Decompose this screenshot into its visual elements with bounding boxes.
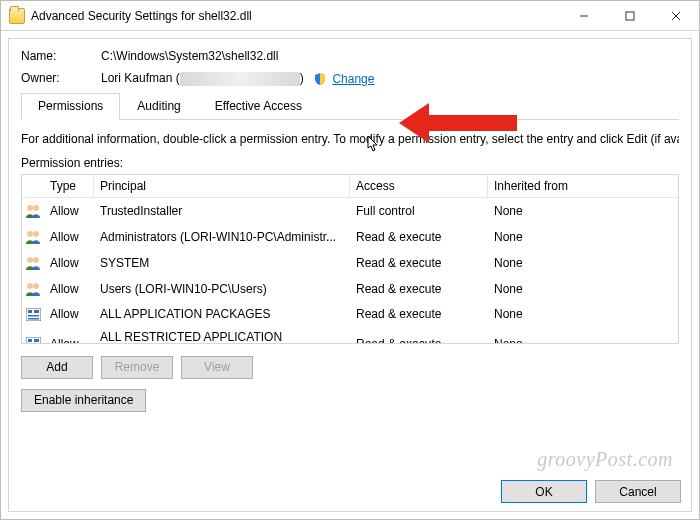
svg-point-8 [27, 257, 33, 263]
owner-row: Owner: Lori Kaufman () Change [21, 71, 679, 86]
svg-point-10 [27, 283, 33, 289]
cell-inherited: None [488, 229, 678, 245]
svg-rect-15 [28, 315, 39, 317]
svg-rect-16 [28, 318, 39, 320]
change-owner-link[interactable]: Change [332, 72, 374, 86]
name-value: C:\Windows\System32\shell32.dll [101, 49, 278, 63]
svg-rect-14 [34, 310, 39, 313]
window-title: Advanced Security Settings for shell32.d… [31, 9, 252, 23]
permission-header: Type Principal Access Inherited from [22, 175, 678, 198]
cell-type: Allow [44, 336, 94, 344]
tab-effective-access[interactable]: Effective Access [198, 93, 319, 120]
col-principal[interactable]: Principal [94, 175, 350, 197]
minimize-button[interactable] [561, 1, 607, 30]
users-icon [22, 278, 44, 300]
users-icon [22, 200, 44, 222]
owner-label: Owner: [21, 71, 101, 85]
owner-name: Lori Kaufman ( [101, 71, 180, 85]
cell-principal: SYSTEM [94, 255, 350, 271]
remove-button[interactable]: Remove [101, 356, 173, 379]
cancel-button[interactable]: Cancel [595, 480, 681, 503]
window-controls [561, 1, 699, 30]
owner-redacted [180, 72, 300, 86]
ok-button[interactable]: OK [501, 480, 587, 503]
cell-type: Allow [44, 281, 94, 297]
cell-inherited: None [488, 281, 678, 297]
cell-type: Allow [44, 229, 94, 245]
cell-type: Allow [44, 203, 94, 219]
name-label: Name: [21, 49, 101, 63]
svg-rect-19 [34, 339, 39, 342]
shield-icon [313, 72, 327, 86]
svg-rect-13 [28, 310, 32, 313]
main-panel: Name: C:\Windows\System32\shell32.dll Ow… [8, 38, 692, 512]
svg-point-6 [27, 231, 33, 237]
name-row: Name: C:\Windows\System32\shell32.dll [21, 49, 679, 63]
enable-inheritance-button[interactable]: Enable inheritance [21, 389, 146, 412]
titlebar: Advanced Security Settings for shell32.d… [1, 1, 699, 31]
table-row[interactable]: AllowSYSTEMRead & executeNone [22, 250, 678, 276]
svg-rect-18 [28, 339, 32, 342]
footer-buttons: OK Cancel [501, 480, 681, 503]
cell-access: Read & execute [350, 336, 488, 344]
svg-point-4 [27, 205, 33, 211]
cell-inherited: None [488, 336, 678, 344]
package-icon [22, 333, 44, 344]
cell-access: Read & execute [350, 281, 488, 297]
table-row[interactable]: AllowTrustedInstallerFull controlNone [22, 198, 678, 224]
table-row[interactable]: AllowALL APPLICATION PACKAGESRead & exec… [22, 302, 678, 327]
svg-point-7 [33, 231, 39, 237]
svg-point-5 [33, 205, 39, 211]
cell-access: Full control [350, 203, 488, 219]
users-icon [22, 252, 44, 274]
info-text: For additional information, double-click… [21, 132, 679, 146]
cell-principal: Users (LORI-WIN10-PC\Users) [94, 281, 350, 297]
cell-principal: TrustedInstaller [94, 203, 350, 219]
cell-inherited: None [488, 255, 678, 271]
cell-principal: Administrators (LORI-WIN10-PC\Administr.… [94, 229, 350, 245]
maximize-button[interactable] [607, 1, 653, 30]
tabs: Permissions Auditing Effective Access [21, 92, 679, 120]
table-row[interactable]: AllowAdministrators (LORI-WIN10-PC\Admin… [22, 224, 678, 250]
cell-inherited: None [488, 306, 678, 322]
folder-icon [9, 8, 25, 24]
close-button[interactable] [653, 1, 699, 30]
users-icon [22, 226, 44, 248]
entries-label: Permission entries: [21, 156, 679, 170]
cell-principal: ALL APPLICATION PACKAGES [94, 306, 350, 322]
cell-access: Read & execute [350, 255, 488, 271]
owner-value: Lori Kaufman () Change [101, 71, 374, 86]
view-button[interactable]: View [181, 356, 253, 379]
col-inherited[interactable]: Inherited from [488, 175, 678, 197]
cell-inherited: None [488, 203, 678, 219]
owner-close-paren: ) [300, 71, 304, 85]
svg-point-9 [33, 257, 39, 263]
col-access[interactable]: Access [350, 175, 488, 197]
cell-type: Allow [44, 306, 94, 322]
cell-access: Read & execute [350, 306, 488, 322]
package-icon [22, 304, 44, 325]
table-row[interactable]: AllowALL RESTRICTED APPLICATION PACKAGES… [22, 327, 678, 344]
permission-list: Type Principal Access Inherited from All… [21, 174, 679, 344]
cell-type: Allow [44, 255, 94, 271]
tab-auditing[interactable]: Auditing [120, 93, 197, 120]
watermark: groovyPost.com [537, 448, 673, 471]
tab-permissions[interactable]: Permissions [21, 93, 120, 120]
svg-point-11 [33, 283, 39, 289]
cell-access: Read & execute [350, 229, 488, 245]
col-type[interactable]: Type [44, 175, 94, 197]
cell-principal: ALL RESTRICTED APPLICATION PACKAGES [94, 329, 350, 344]
svg-rect-1 [626, 12, 634, 20]
entry-actions: Add Remove View [21, 356, 679, 379]
add-button[interactable]: Add [21, 356, 93, 379]
table-row[interactable]: AllowUsers (LORI-WIN10-PC\Users)Read & e… [22, 276, 678, 302]
